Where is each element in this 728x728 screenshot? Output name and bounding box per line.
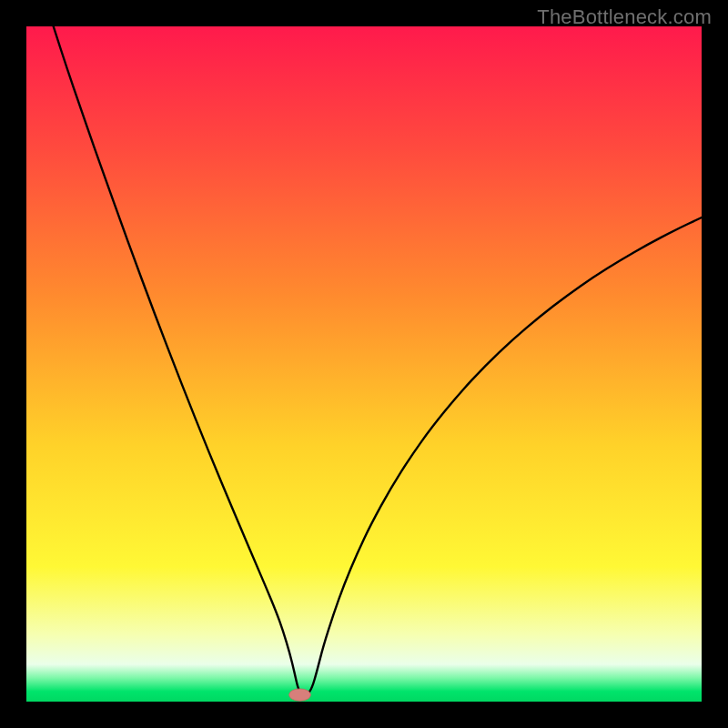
chart-frame: TheBottleneck.com [0,0,728,728]
chart-background [26,26,702,702]
optimum-marker [289,689,311,701]
bottleneck-chart-svg [26,26,702,702]
plot-area [26,26,702,702]
